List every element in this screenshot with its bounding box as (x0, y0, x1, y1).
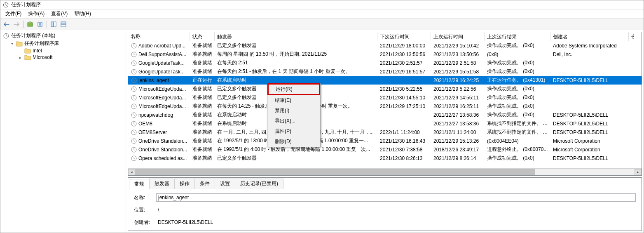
tab-conditions[interactable]: 条件 (194, 179, 215, 189)
tab-history[interactable]: 历史记录(已禁用) (235, 179, 283, 189)
cell-name: MicrosoftEdgeUpda... (128, 103, 190, 110)
cell-result: (0x8) (485, 52, 550, 57)
tree-item-microsoft[interactable]: ▸ Microsoft (0, 54, 126, 61)
menu-action[interactable]: 操作(A) (26, 9, 47, 18)
task-row[interactable]: Adobe Acrobat Upd...准备就绪已定义多个触发器2021/12/… (128, 41, 642, 50)
cell-status: 准备就绪 (190, 51, 215, 58)
cell-status: 准备就绪 (190, 94, 215, 101)
col-name[interactable]: 名称 (128, 32, 190, 41)
clock-icon (131, 51, 137, 58)
toolbar-btn-1[interactable] (26, 20, 35, 29)
context-menu-item[interactable]: 结束(E) (267, 95, 320, 106)
task-row[interactable]: GoogleUpdateTask...准备就绪在每天的 2:51 - 触发后，在… (128, 67, 642, 76)
cell-next: 2021/12/30 13:50:56 (377, 52, 431, 57)
col-extra[interactable]: 仓 (629, 32, 634, 41)
task-row[interactable]: OneDrive Standalon...准备就绪在 1992/5/1 的 13… (128, 137, 642, 145)
task-row[interactable]: Dell SupportAssistA...准备就绪每周的 星期四 的 13:5… (128, 50, 642, 59)
scroll-thumb[interactable] (135, 169, 535, 175)
scroll-track[interactable] (135, 169, 635, 175)
nav-back-button[interactable] (2, 20, 11, 29)
cell-author: DESKTOP-5LII2L5\DELL (550, 129, 629, 135)
task-row[interactable]: OneDrive Standalon...准备就绪在 1992/5/1 的 4:… (128, 145, 642, 154)
tree-root[interactable]: 任务计划程序 (本地) (0, 32, 126, 40)
cell-last: 2021/12/29 8:26:14 (431, 155, 485, 161)
task-row[interactable]: jenkins_agent正在运行在系统启动时2021/12/29 16:24:… (128, 76, 642, 85)
cell-trigger: 在每天的 2:51 (215, 59, 377, 66)
tree-item-intel[interactable]: Intel (0, 47, 126, 54)
svg-rect-4 (51, 22, 53, 27)
cell-author: DESKTOP-5LII2L5\DELL (550, 112, 629, 118)
menu-file[interactable]: 文件(F) (3, 9, 24, 18)
task-row[interactable]: OEM8Server准备就绪在 一月, 二月, 三月, 四月, 五月, 六月, … (128, 128, 642, 137)
task-row[interactable]: npcapwatchdog准备就绪在系统启动时2021/12/27 13:58:… (128, 111, 642, 119)
tree-expand-icon[interactable]: ▸ (18, 55, 23, 60)
context-menu-item[interactable]: 禁用(I) (267, 106, 320, 116)
cell-result: 操作成功完成。 (0x0) (485, 42, 550, 49)
details-pane: 常规 触发器 操作 条件 设置 历史记录(已禁用) 名称: jenkins_ag… (128, 177, 642, 231)
task-row[interactable]: Opera scheduled as...准备就绪已定义多个触发器2021/12… (128, 154, 642, 162)
window-title: 任务计划程序 (11, 1, 41, 8)
tab-settings[interactable]: 设置 (215, 179, 235, 189)
app-icon (3, 33, 9, 39)
cell-name: GoogleUpdateTask... (128, 60, 190, 66)
task-grid: 名称 状态 触发器 下次运行时间 上次运行时间 上次运行结果 创建者 仓 Ado… (128, 32, 642, 176)
svg-rect-7 (61, 24, 66, 27)
cell-author: Adobe Systems Incorporated (550, 43, 629, 49)
tree-pane: 任务计划程序 (本地) ▾ 任务计划程序库 Intel ▸ Microsoft (0, 30, 126, 233)
cell-status: 准备就绪 (190, 146, 215, 153)
context-menu: 运行(R)结束(E)禁用(I)导出(X)...属性(P)删除(D) (267, 83, 321, 147)
cell-next: 2021/12/30 7:38:58 (377, 147, 431, 153)
tree-library[interactable]: ▾ 任务计划程序库 (0, 40, 126, 47)
context-menu-item[interactable]: 属性(P) (267, 126, 320, 137)
cell-name: OEM8Server (128, 129, 190, 136)
task-row[interactable]: OEM8准备就绪在系统启动时2021/12/27 13:58:36系统找不到指定… (128, 119, 642, 128)
cell-trigger: 已定义多个触发器 (215, 42, 377, 49)
cell-result: 操作成功完成。 (0x0) (485, 59, 550, 66)
tab-actions[interactable]: 操作 (174, 179, 195, 189)
tab-general[interactable]: 常规 (129, 179, 150, 189)
location-value: \ (156, 206, 636, 214)
svg-rect-6 (61, 22, 66, 24)
author-label: 创建者: (134, 219, 150, 226)
cell-status: 准备就绪 (190, 103, 215, 110)
task-row[interactable]: MicrosoftEdgeUpda...准备就绪已定义多个触发器2021/12/… (128, 85, 642, 93)
col-next[interactable]: 下次运行时间 (377, 32, 431, 41)
grid-body[interactable]: Adobe Acrobat Upd...准备就绪已定义多个触发器2021/12/… (128, 41, 642, 168)
toolbar-btn-3[interactable] (49, 20, 58, 29)
cell-last: 2021/12/29 5:22:56 (431, 86, 485, 92)
cell-result: 操作成功完成。 (0x0) (485, 94, 550, 101)
scroll-right-button[interactable]: ▸ (635, 169, 642, 175)
col-trigger[interactable]: 触发器 (215, 32, 377, 41)
context-menu-item[interactable]: 删除(D) (267, 137, 320, 147)
col-author[interactable]: 创建者 (550, 32, 629, 41)
scroll-left-button[interactable]: ◂ (128, 169, 135, 175)
cell-result: 操作成功完成。 (0x0) (485, 85, 550, 92)
cell-name: OneDrive Standalon... (128, 146, 190, 153)
cell-status: 准备就绪 (190, 129, 215, 136)
folder-icon (16, 41, 23, 47)
col-last[interactable]: 上次运行时间 (431, 32, 485, 41)
toolbar-btn-2[interactable] (35, 20, 44, 29)
clock-icon (131, 112, 137, 118)
col-result[interactable]: 上次运行结果 (485, 32, 550, 41)
name-value[interactable]: jenkins_agent (156, 193, 636, 202)
field-name: 名称: jenkins_agent (134, 193, 636, 202)
col-status[interactable]: 状态 (190, 32, 215, 41)
cell-name: npcapwatchdog (128, 112, 190, 118)
clock-icon (131, 138, 137, 144)
menu-help[interactable]: 帮助(H) (72, 9, 94, 18)
cell-status: 准备就绪 (190, 85, 215, 92)
horizontal-scrollbar[interactable]: ◂ ▸ (128, 168, 642, 175)
toolbar-btn-4[interactable] (59, 20, 68, 29)
context-menu-item[interactable]: 导出(X)... (267, 116, 320, 126)
nav-forward-button[interactable] (12, 20, 21, 29)
menu-view[interactable]: 查看(V) (49, 9, 70, 18)
tab-triggers[interactable]: 触发器 (149, 179, 175, 189)
clock-icon (131, 120, 137, 127)
cell-last: 2021/12/29 2:51:58 (431, 60, 485, 66)
task-row[interactable]: MicrosoftEdgeUpda...准备就绪已定义多个触发器2021/12/… (128, 93, 642, 102)
task-row[interactable]: GoogleUpdateTask...准备就绪在每天的 2:512021/12/… (128, 59, 642, 67)
context-menu-item[interactable]: 运行(R) (267, 83, 320, 95)
task-row[interactable]: MicrosoftEdgeUpda...准备就绪在每天的 14:25 - 触发后… (128, 102, 642, 111)
tree-collapse-icon[interactable]: ▾ (9, 41, 14, 46)
